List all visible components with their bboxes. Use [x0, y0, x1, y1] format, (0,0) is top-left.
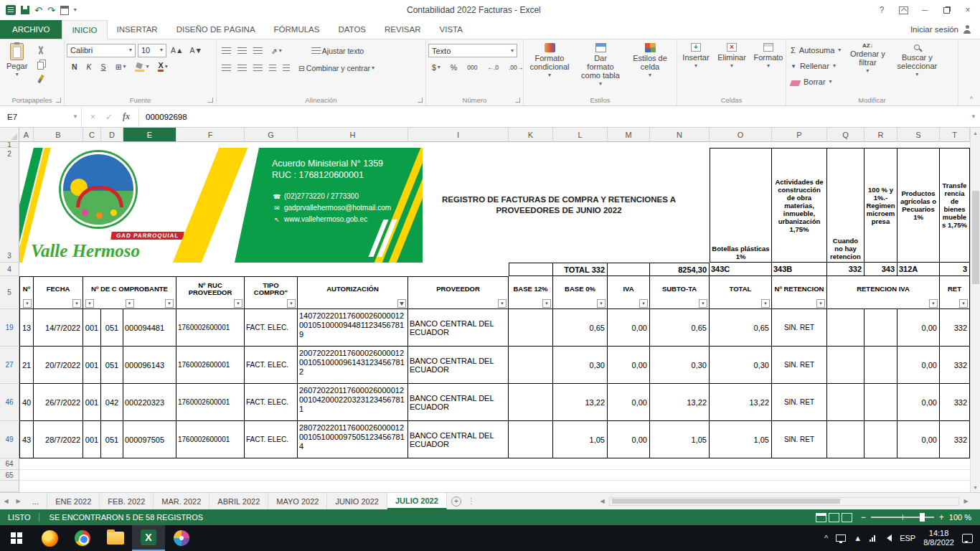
cell-c-46[interactable]: 001: [83, 384, 101, 421]
hscroll-right-icon[interactable]: ▶: [961, 498, 971, 504]
cell-l-27[interactable]: 0,30: [553, 347, 608, 384]
cell-a-27[interactable]: 21: [19, 347, 34, 384]
filter-button[interactable]: ▼: [597, 299, 606, 308]
decrease-indent-icon[interactable]: [269, 65, 276, 72]
undo-icon[interactable]: ↶: [34, 6, 42, 15]
cell-m-27[interactable]: 0,00: [608, 347, 650, 384]
cell-d-27[interactable]: 051: [101, 347, 123, 384]
excel-taskbar-button[interactable]: X: [132, 525, 165, 551]
column-header-k[interactable]: K: [509, 128, 553, 142]
font-color-button[interactable]: X▾: [156, 60, 169, 74]
expand-formula-bar-icon[interactable]: ▼: [967, 106, 980, 127]
zoom-in-icon[interactable]: +: [939, 513, 944, 522]
close-button[interactable]: ×: [957, 1, 979, 19]
select-all-corner[interactable]: [0, 128, 19, 142]
cell-g-49[interactable]: FACT. ELEC.: [245, 421, 298, 458]
horizontal-scrollbar[interactable]: ◀ ▶: [597, 493, 980, 509]
cell-l-49[interactable]: 1,05: [553, 421, 608, 458]
name-box[interactable]: E7: [0, 106, 70, 127]
total-cell-p[interactable]: 343B: [772, 263, 827, 276]
filter-button[interactable]: ▼: [761, 299, 770, 308]
total-cell-q[interactable]: 332: [827, 263, 864, 276]
cell-r-46[interactable]: [864, 384, 897, 421]
cell-h-46[interactable]: 2607202201176000260000120010420002203231…: [298, 384, 408, 421]
hidden-icons-chevron[interactable]: ^: [824, 534, 828, 542]
row-header-64[interactable]: 64: [0, 458, 19, 470]
cell-a-19[interactable]: 13: [19, 309, 34, 347]
row-header-19[interactable]: 19: [0, 309, 19, 347]
chrome-taskbar-button[interactable]: [66, 525, 99, 551]
row-label-2[interactable]: 2: [7, 150, 11, 158]
copy-button[interactable]: [34, 58, 48, 71]
cell-s-27[interactable]: 0,00: [897, 347, 940, 384]
cell-a-49[interactable]: 43: [19, 421, 34, 458]
sheet-tab[interactable]: FEB. 2022: [100, 493, 154, 509]
filter-button[interactable]: [397, 299, 406, 308]
cell-k-49[interactable]: [509, 421, 553, 458]
column-header-s[interactable]: S: [897, 128, 940, 142]
conditional-formatting-button[interactable]: Formato condicional ▾: [526, 41, 573, 78]
cell-g-27[interactable]: FACT. ELEC.: [245, 347, 298, 384]
cell-g-19[interactable]: FACT. ELEC.: [245, 309, 298, 347]
cell-s-49[interactable]: 0,00: [897, 421, 940, 458]
cell-t-27[interactable]: 332: [940, 347, 970, 384]
cell-r-27[interactable]: [864, 347, 897, 384]
cell-f-46[interactable]: 1760002600001: [176, 384, 245, 421]
column-header-m[interactable]: M: [608, 128, 650, 142]
page-layout-view-icon[interactable]: [829, 513, 839, 522]
cell-e-46[interactable]: 000220323: [123, 384, 176, 421]
cell-k-19[interactable]: [509, 309, 553, 347]
cell-o-27[interactable]: 0,30: [710, 347, 772, 384]
column-header-o[interactable]: O: [710, 128, 772, 142]
align-top-icon[interactable]: [222, 47, 231, 55]
cell-f-27[interactable]: 1760002600001: [176, 347, 245, 384]
cell-c-49[interactable]: 001: [83, 421, 101, 458]
filter-button[interactable]: ▼: [699, 299, 707, 308]
decrease-font-button[interactable]: A▼: [187, 43, 204, 57]
cell-i-49[interactable]: BANCO CENTRAL DEL ECUADOR: [408, 421, 509, 458]
row-header-1[interactable]: 1: [0, 142, 19, 148]
normal-view-icon[interactable]: [816, 513, 826, 522]
cell-n-49[interactable]: 1,05: [650, 421, 710, 458]
align-middle-icon[interactable]: [237, 47, 247, 55]
column-header-b[interactable]: B: [34, 128, 83, 142]
cell-o-49[interactable]: 1,05: [710, 421, 772, 458]
sheet-tab[interactable]: JUNIO 2022: [327, 493, 387, 509]
minimize-button[interactable]: ─: [914, 1, 936, 19]
cell-h-27[interactable]: 2007202201176000260000120010510000961431…: [298, 347, 408, 384]
sheet-tab[interactable]: ...: [24, 493, 47, 509]
horizontal-scroll-thumb[interactable]: [612, 499, 840, 504]
zoom-slider[interactable]: [871, 517, 934, 518]
font-dialog-launcher[interactable]: [208, 98, 213, 103]
tab-datos[interactable]: DATOS: [329, 20, 375, 39]
vertical-scrollbar[interactable]: ▲ ▼: [970, 128, 980, 492]
increase-indent-icon[interactable]: [283, 65, 290, 72]
enter-icon[interactable]: ✓: [105, 112, 113, 122]
cell-q-27[interactable]: [827, 347, 864, 384]
cell-m-46[interactable]: 0,00: [608, 384, 650, 421]
filter-button[interactable]: ▼: [639, 299, 648, 308]
total-cell-k[interactable]: [509, 263, 553, 276]
cell-o-19[interactable]: 0,65: [710, 309, 772, 347]
fill-color-button[interactable]: ▾: [133, 60, 151, 74]
row-label-3[interactable]: 3: [7, 252, 11, 260]
cell-a-46[interactable]: 40: [19, 384, 34, 421]
bold-button[interactable]: N: [70, 60, 80, 74]
cell-k-27[interactable]: [509, 347, 553, 384]
filter-button[interactable]: ▼: [816, 299, 825, 308]
filter-button[interactable]: ▼: [929, 299, 938, 308]
cell-c-27[interactable]: 001: [83, 347, 101, 384]
column-header-t[interactable]: T: [940, 128, 970, 142]
autosum-button[interactable]: ΣAutosuma▾: [788, 42, 843, 58]
tab-formulas[interactable]: FÓRMULAS: [265, 20, 329, 39]
cell-o-46[interactable]: 13,22: [710, 384, 772, 421]
cell-s-19[interactable]: 0,00: [897, 309, 940, 347]
delete-cells-button[interactable]: Eliminar ▾: [715, 41, 749, 69]
cell-n-19[interactable]: 0,65: [650, 309, 710, 347]
cancel-icon[interactable]: ×: [90, 112, 95, 122]
cell-m-19[interactable]: 0,00: [608, 309, 650, 347]
column-header-l[interactable]: L: [553, 128, 608, 142]
column-header-p[interactable]: P: [772, 128, 827, 142]
sheet-tab[interactable]: ABRIL 2022: [209, 493, 268, 509]
formula-input[interactable]: 000092698: [139, 106, 967, 127]
